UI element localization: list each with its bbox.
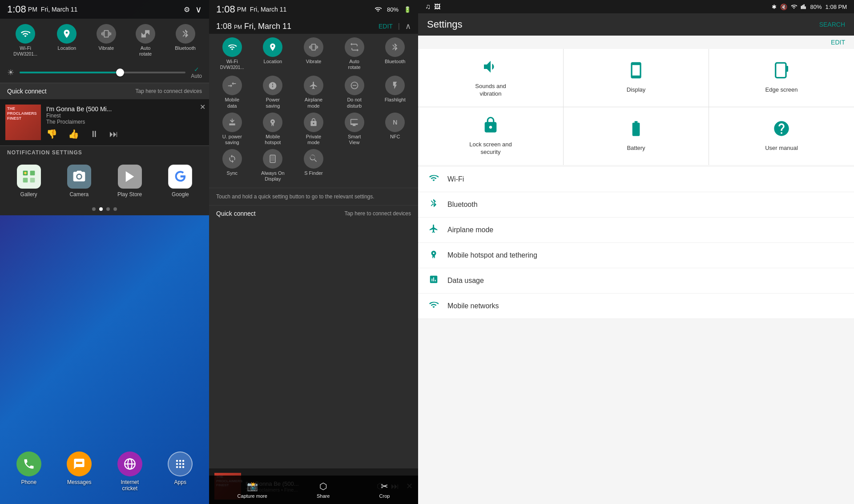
home-app-phone[interactable]: Phone: [16, 452, 41, 492]
sync-circle-p2: [222, 149, 242, 169]
pause-icon[interactable]: ⏸: [90, 129, 99, 139]
toggle-autorotate-p2[interactable]: Autorotate: [335, 37, 374, 70]
toggle-nfc-p2[interactable]: N NFC: [375, 113, 415, 145]
next-icon[interactable]: ⏭: [109, 129, 118, 139]
music-album-art-p1: THEPROCLAIMERSFINEST: [5, 105, 41, 140]
settings-tile-sounds[interactable]: Sounds andvibration: [418, 49, 563, 107]
sfinder-label-p2: S Finder: [304, 170, 323, 176]
settings-item-mobilenetworks[interactable]: Mobile networks: [418, 294, 854, 319]
brightness-slider[interactable]: [20, 72, 185, 73]
home-apps-row: Phone Messages Internetcricket Apps: [4, 452, 205, 492]
toggle-smartview-p2[interactable]: SmartView: [335, 113, 374, 145]
crop-button[interactable]: ✂ Crop: [379, 481, 390, 499]
airplane-list-label: Airplane mode: [447, 226, 493, 234]
chevron-up-icon-p2[interactable]: ∧: [405, 21, 411, 31]
sounds-tile-label: Sounds andvibration: [475, 83, 506, 98]
svg-point-17: [179, 466, 181, 468]
toggle-autorotate-p1[interactable]: Autorotate: [136, 24, 155, 57]
toggle-location-p1[interactable]: Location: [57, 24, 77, 57]
home-app-apps[interactable]: Apps: [168, 452, 193, 492]
edit-button-p2[interactable]: EDIT: [379, 23, 393, 30]
auto-brightness[interactable]: ✓ Auto: [191, 66, 202, 79]
settings-icon-p1[interactable]: ⚙: [184, 5, 190, 14]
status-ampm-p1: PM: [28, 6, 37, 13]
autorotate-circle-p2: [345, 37, 364, 57]
toggle-privatemode-p2[interactable]: Privatemode: [294, 113, 333, 145]
toggle-powersaving-p2[interactable]: Powersaving: [254, 76, 293, 109]
toggle-vibrate-p2[interactable]: Vibrate: [294, 37, 333, 70]
music-close-button-p1[interactable]: ✕: [200, 103, 205, 111]
bluetooth-circle-p2: [385, 37, 405, 57]
settings-item-airplane[interactable]: Airplane mode: [418, 218, 854, 243]
vibrate-label-p1: Vibrate: [98, 45, 114, 51]
search-button[interactable]: SEARCH: [819, 21, 845, 28]
notif-app-camera[interactable]: Camera: [67, 165, 91, 198]
home-app-internet[interactable]: Internetcricket: [117, 452, 142, 492]
signal-icon-p3: [801, 4, 807, 10]
autorotate-icon-p1: [136, 24, 155, 44]
capture-more-button[interactable]: 📸 Capture more: [238, 481, 267, 499]
settings-edit-button[interactable]: EDIT: [831, 39, 845, 46]
toggle-donotdisturb-p2[interactable]: Do notdisturb: [335, 76, 374, 109]
toggle-sfinder-p2[interactable]: S Finder: [294, 149, 333, 182]
settings-item-bluetooth[interactable]: Bluetooth: [418, 192, 854, 218]
wifi-circle-p2: [222, 37, 242, 57]
toggle-wifi-p2[interactable]: Wi-FiDVW3201...: [213, 37, 252, 70]
bluetooth-label-p1: Bluetooth: [175, 45, 195, 51]
brightness-low-icon: ☀: [7, 68, 14, 77]
vibrate-label-p2: Vibrate: [306, 59, 322, 65]
settings-tile-battery[interactable]: Battery: [564, 107, 709, 165]
lockscreen-tile-label: Lock screen andsecurity: [469, 141, 512, 156]
toggle-wifi-p1[interactable]: Wi-FiDVW3201...: [13, 24, 37, 57]
toggle-alwayson-p2[interactable]: Always OnDisplay: [254, 149, 293, 182]
toggle-sync-p2[interactable]: Sync: [213, 149, 252, 182]
usermanual-tile-label: User manual: [765, 145, 798, 152]
toggle-bluetooth-p1[interactable]: Bluetooth: [175, 24, 195, 57]
toggle-flashlight-p2[interactable]: Flashlight: [375, 76, 415, 109]
quick-toggles-p1: Wi-FiDVW3201... Location Vibrate Autorot…: [0, 19, 209, 62]
notif-app-playstore[interactable]: Play Store: [117, 165, 142, 198]
settings-tile-usermanual[interactable]: User manual: [709, 107, 854, 165]
sfinder-circle-p2: [304, 149, 323, 169]
toggle-airplane-p2[interactable]: Airplanemode: [294, 76, 333, 109]
thumbup-icon[interactable]: 👍: [68, 129, 79, 139]
auto-check-icon: ✓: [194, 66, 199, 73]
svg-rect-3: [30, 178, 35, 183]
toggle-vibrate-p1[interactable]: Vibrate: [97, 24, 116, 57]
toggle-bluetooth-p2[interactable]: Bluetooth: [375, 37, 415, 70]
quick-connect-p1[interactable]: Quick connect Tap here to connect device…: [0, 83, 209, 99]
settings-item-hotspot[interactable]: Mobile hotspot and tethering: [418, 243, 854, 268]
toggle-mobilehotspot-p2[interactable]: Mobilehotspot: [254, 113, 293, 145]
chevron-down-icon-p1[interactable]: ∨: [195, 4, 202, 15]
svg-rect-21: [776, 63, 786, 78]
settings-item-datausage[interactable]: Data usage: [418, 268, 854, 294]
music-info-p1: I'm Gonna Be (500 Mi... Finest The Procl…: [46, 105, 204, 139]
dot-1[interactable]: [99, 207, 103, 211]
settings-item-wifi[interactable]: Wi-Fi: [418, 167, 854, 192]
svg-marker-6: [125, 171, 134, 182]
powersaving-label-p2: Powersaving: [266, 97, 280, 109]
toggle-upowersaving-p2[interactable]: U. powersaving: [213, 113, 252, 145]
toggle-location-p2[interactable]: Location: [254, 37, 293, 70]
quick-connect-p2[interactable]: Quick connect Tap here to connect device…: [209, 205, 418, 222]
nfc-label-p2: NFC: [390, 134, 400, 140]
dot-0[interactable]: [92, 207, 96, 211]
settings-tile-display[interactable]: Display: [564, 49, 709, 107]
dot-3[interactable]: [113, 207, 117, 211]
share-button[interactable]: ⬡ Share: [317, 481, 330, 499]
playstore-app-icon: [118, 165, 142, 189]
battery-p3: 80%: [810, 4, 822, 10]
panel1-homescreen: 1:08 PM Fri, March 11 ⚙ ∨ Wi-FiDVW3201..…: [0, 0, 209, 504]
dot-2[interactable]: [106, 207, 110, 211]
settings-tile-lockscreen[interactable]: Lock screen andsecurity: [418, 107, 563, 165]
thumbdown-icon[interactable]: 👎: [46, 129, 57, 139]
edit-controls-p2: EDIT | ∧: [379, 21, 411, 31]
notif-app-gallery[interactable]: Gallery: [17, 165, 41, 198]
messages-icon-home: [67, 452, 92, 476]
mobiledata-label-p2: Mobiledata: [225, 97, 239, 109]
home-app-messages[interactable]: Messages: [67, 452, 92, 492]
toggle-mobiledata-p2[interactable]: Mobiledata: [213, 76, 252, 109]
wifi-icon-p1: [16, 24, 35, 44]
notif-app-google[interactable]: Google: [168, 165, 192, 198]
settings-tile-edge[interactable]: Edge screen: [709, 49, 854, 107]
